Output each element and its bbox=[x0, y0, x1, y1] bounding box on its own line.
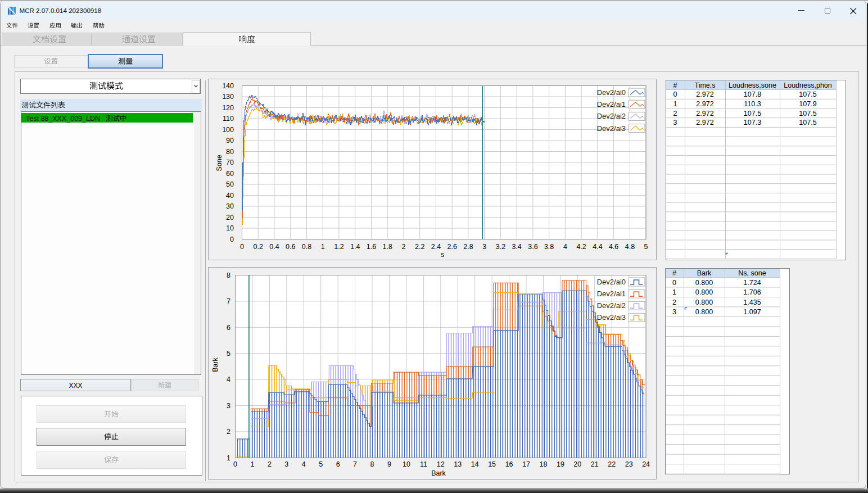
svg-text:1: 1 bbox=[672, 288, 676, 296]
svg-text:7: 7 bbox=[353, 460, 357, 468]
svg-text:90: 90 bbox=[226, 137, 234, 144]
svg-text:70: 70 bbox=[226, 159, 234, 166]
svg-text:1.6: 1.6 bbox=[367, 243, 376, 251]
svg-text:11: 11 bbox=[420, 460, 427, 468]
svg-text:13: 13 bbox=[454, 460, 462, 468]
svg-text:0.800: 0.800 bbox=[695, 288, 713, 296]
svg-text:Dev2/ai1: Dev2/ai1 bbox=[597, 290, 626, 298]
svg-text:2: 2 bbox=[672, 298, 676, 306]
svg-text:23: 23 bbox=[625, 460, 633, 468]
svg-text:2.6: 2.6 bbox=[447, 243, 457, 251]
svg-text:107.5: 107.5 bbox=[799, 110, 816, 117]
svg-text:1: 1 bbox=[673, 100, 677, 108]
svg-text:3.6: 3.6 bbox=[528, 243, 537, 251]
svg-text:2: 2 bbox=[673, 110, 677, 117]
svg-text:Ns, sone: Ns, sone bbox=[738, 269, 766, 277]
svg-text:18: 18 bbox=[540, 460, 548, 468]
svg-text:1.4: 1.4 bbox=[350, 243, 360, 251]
svg-text:50: 50 bbox=[226, 180, 234, 188]
svg-text:16: 16 bbox=[505, 460, 513, 468]
svg-text:4.2: 4.2 bbox=[576, 243, 586, 251]
svg-text:110: 110 bbox=[223, 115, 234, 123]
svg-text:s: s bbox=[441, 251, 444, 259]
svg-text:1.8: 1.8 bbox=[383, 243, 392, 251]
svg-text:120: 120 bbox=[222, 104, 234, 112]
svg-text:Dev2/ai0: Dev2/ai0 bbox=[597, 88, 626, 97]
svg-text:10: 10 bbox=[403, 460, 410, 468]
svg-text:Time,s: Time,s bbox=[694, 82, 715, 89]
svg-text:0: 0 bbox=[233, 460, 237, 468]
svg-text:3.4: 3.4 bbox=[512, 243, 521, 251]
svg-text:2.972: 2.972 bbox=[696, 110, 713, 117]
svg-text:19: 19 bbox=[557, 460, 564, 468]
svg-text:110.3: 110.3 bbox=[744, 100, 761, 108]
svg-text:0.2: 0.2 bbox=[254, 243, 263, 251]
svg-text:0.800: 0.800 bbox=[695, 308, 713, 316]
svg-text:6: 6 bbox=[336, 460, 340, 468]
svg-text:5: 5 bbox=[227, 350, 230, 358]
svg-text:12: 12 bbox=[437, 460, 445, 468]
svg-text:9: 9 bbox=[387, 460, 391, 468]
svg-text:Dev2/ai3: Dev2/ai3 bbox=[597, 124, 626, 133]
svg-text:#: # bbox=[673, 82, 677, 89]
svg-text:4: 4 bbox=[302, 460, 306, 468]
svg-text:4.6: 4.6 bbox=[609, 243, 618, 251]
svg-text:107.8: 107.8 bbox=[744, 91, 761, 98]
svg-text:5: 5 bbox=[319, 460, 323, 468]
svg-text:6: 6 bbox=[227, 324, 230, 332]
svg-text:130: 130 bbox=[222, 93, 234, 101]
svg-text:107.5: 107.5 bbox=[744, 110, 761, 117]
svg-text:Bark: Bark bbox=[211, 357, 219, 372]
svg-text:7: 7 bbox=[227, 297, 230, 305]
svg-text:107.9: 107.9 bbox=[799, 100, 816, 108]
svg-text:107.3: 107.3 bbox=[744, 119, 761, 126]
svg-text:Loudness,phon: Loudness,phon bbox=[784, 82, 832, 89]
svg-text:#: # bbox=[672, 269, 676, 277]
svg-text:2.972: 2.972 bbox=[696, 100, 713, 108]
svg-text:Dev2/ai2: Dev2/ai2 bbox=[597, 112, 626, 120]
svg-text:100: 100 bbox=[222, 126, 234, 134]
svg-text:3.2: 3.2 bbox=[496, 243, 505, 251]
svg-text:Loudness,sone: Loudness,sone bbox=[729, 82, 776, 89]
svg-text:3: 3 bbox=[482, 243, 486, 251]
svg-text:3.8: 3.8 bbox=[544, 243, 554, 251]
svg-text:Sone: Sone bbox=[215, 155, 223, 171]
svg-text:Dev2/ai0: Dev2/ai0 bbox=[597, 278, 626, 286]
svg-text:14: 14 bbox=[471, 460, 479, 468]
svg-text:1: 1 bbox=[227, 454, 230, 462]
svg-text:8: 8 bbox=[370, 460, 374, 468]
svg-text:2: 2 bbox=[268, 460, 272, 468]
svg-text:1.2: 1.2 bbox=[334, 243, 343, 251]
svg-text:22: 22 bbox=[608, 460, 616, 468]
svg-text:2.8: 2.8 bbox=[463, 243, 473, 251]
svg-text:8: 8 bbox=[227, 272, 230, 279]
svg-text:5: 5 bbox=[644, 243, 648, 251]
svg-text:4: 4 bbox=[563, 243, 567, 251]
svg-text:107.5: 107.5 bbox=[799, 91, 816, 98]
svg-text:3: 3 bbox=[673, 119, 677, 126]
svg-text:80: 80 bbox=[226, 148, 234, 156]
svg-text:1: 1 bbox=[250, 460, 254, 468]
svg-text:107.5: 107.5 bbox=[799, 119, 816, 126]
svg-text:2.972: 2.972 bbox=[696, 119, 713, 126]
svg-text:3: 3 bbox=[284, 460, 288, 468]
svg-text:2: 2 bbox=[227, 428, 230, 436]
svg-text:Dev2/ai2: Dev2/ai2 bbox=[597, 301, 626, 310]
svg-text:Bark: Bark bbox=[431, 469, 446, 477]
svg-text:2.4: 2.4 bbox=[431, 243, 441, 251]
svg-text:2.2: 2.2 bbox=[415, 243, 424, 251]
svg-text:2.972: 2.972 bbox=[696, 91, 713, 98]
svg-text:1.706: 1.706 bbox=[743, 288, 761, 296]
svg-text:4: 4 bbox=[227, 376, 230, 383]
svg-text:21: 21 bbox=[591, 460, 599, 468]
svg-text:Dev2/ai3: Dev2/ai3 bbox=[597, 313, 626, 322]
svg-text:0: 0 bbox=[673, 91, 677, 98]
svg-text:2: 2 bbox=[401, 243, 405, 251]
svg-text:1: 1 bbox=[321, 243, 325, 251]
svg-text:Dev2/ai1: Dev2/ai1 bbox=[597, 100, 626, 108]
svg-text:0.8: 0.8 bbox=[302, 243, 311, 251]
svg-text:Bark: Bark bbox=[697, 269, 712, 277]
svg-text:140: 140 bbox=[222, 82, 234, 90]
svg-text:10: 10 bbox=[226, 224, 234, 232]
svg-text:0: 0 bbox=[672, 279, 676, 287]
